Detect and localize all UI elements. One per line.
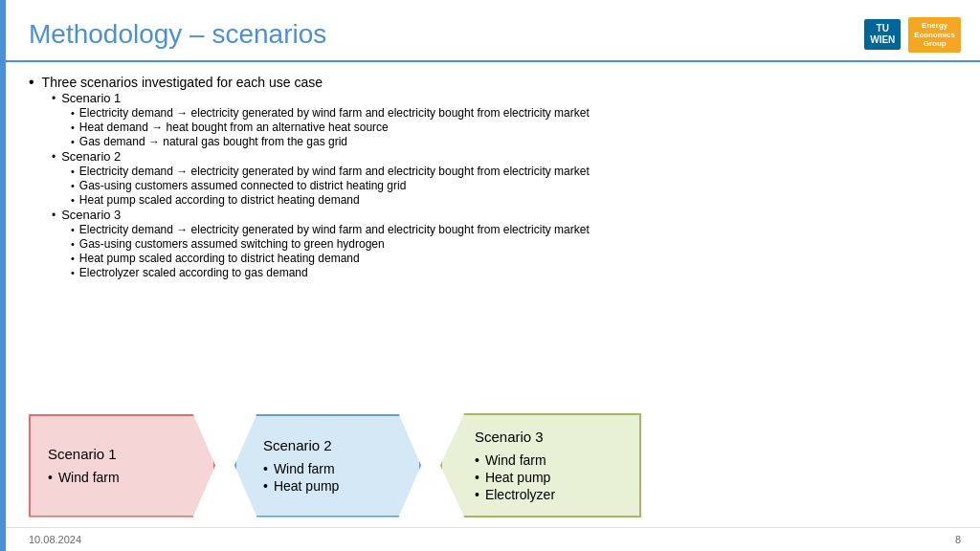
s1-bullet-3: Gas demand → natural gas bought from the… [71,135,951,148]
footer-page: 8 [955,534,961,545]
scenario-2-bullets: Electricity demand → electricity generat… [71,165,951,207]
logos-area: TU WIEN Energy Economics Group [864,17,961,53]
scenario-3-bullets: Electricity demand → electricity generat… [71,223,951,279]
footer: 10.08.2024 8 [0,527,980,551]
s1-bullet-2: Heat demand → heat bought from an altern… [71,121,951,134]
footer-date: 10.08.2024 [29,534,81,545]
top-level-list: Three scenarios investigated for each us… [29,74,951,283]
scenario-1-item: Scenario 1 [52,91,951,105]
s2-box-title: Scenario 2 [263,437,392,453]
scenarios-list: Scenario 1 Electricity demand → electric… [52,91,951,279]
s2-bullet-1: Electricity demand → electricity generat… [71,165,951,178]
header: Methodology – scenarios TU WIEN Energy E… [0,0,980,62]
scenario-3-item: Scenario 3 [52,208,951,222]
s3-box-item-3: • Electrolyzer [475,487,622,502]
s3-box-items: • Wind farm • Heat pump • Electrolyzer [475,452,622,502]
intro-item: Three scenarios investigated for each us… [29,74,951,279]
s3-bullet-2: Gas-using customers assumed switching to… [71,237,951,251]
scenario-3-box: Scenario 3 • Wind farm • Heat pump • Ele… [440,413,641,518]
slide: Methodology – scenarios TU WIEN Energy E… [0,0,980,551]
s3-box-item-2: • Heat pump [475,470,622,485]
s3-bullet-1: Electricity demand → electricity generat… [71,223,951,236]
s3-bullet-4: Electrolyzer scaled according to gas dem… [71,266,951,279]
scenario-diagram: Scenario 1 • Wind farm Scenario 2 • Wind… [0,404,980,527]
energy-economics-logo: Energy Economics Group [908,17,961,53]
s2-box-item-1: • Wind farm [263,461,392,476]
s3-box-item-1: • Wind farm [475,452,622,468]
s1-box-item-1: • Wind farm [48,470,183,485]
slide-title: Methodology – scenarios [29,19,326,50]
intro-text: Three scenarios investigated for each us… [29,75,323,90]
s1-bullet-1: Electricity demand → electricity generat… [71,106,951,120]
s2-box-items: • Wind farm • Heat pump [263,461,392,494]
s3-box-title: Scenario 3 [475,429,622,445]
scenario-1-bullets: Electricity demand → electricity generat… [71,106,951,148]
s2-bullet-3: Heat pump scaled according to district h… [71,193,951,207]
s2-bullet-2: Gas-using customers assumed connected to… [71,179,951,192]
s1-box-items: • Wind farm [48,470,183,485]
scenario-1-box: Scenario 1 • Wind farm [29,414,215,518]
scenario-2-item: Scenario 2 [52,149,951,164]
scenario-2-box: Scenario 2 • Wind farm • Heat pump [234,414,421,518]
s2-box-item-2: • Heat pump [263,478,392,494]
s1-box-title: Scenario 1 [48,446,183,462]
tu-wien-logo: TU WIEN [864,19,901,50]
s3-bullet-3: Heat pump scaled according to district h… [71,252,951,265]
main-content: Three scenarios investigated for each us… [0,62,980,404]
